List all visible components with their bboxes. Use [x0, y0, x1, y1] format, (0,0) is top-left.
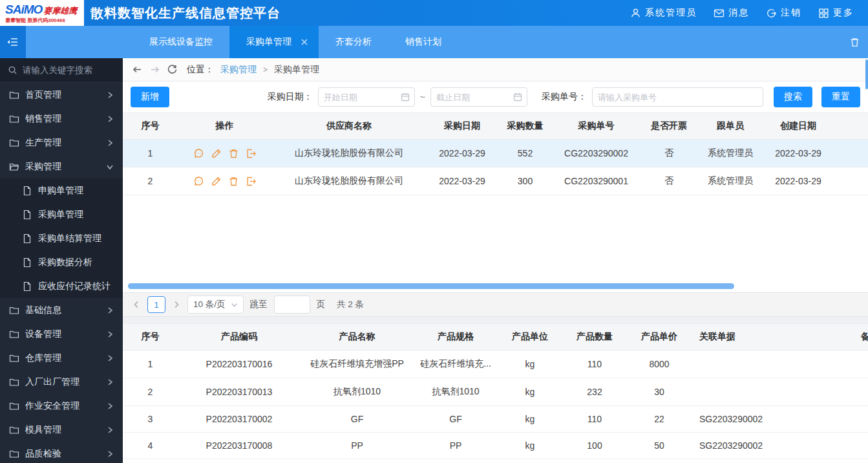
- close-all-tabs-button[interactable]: [849, 26, 868, 58]
- app-window: SAiMO 赛摩雄鹰 赛摩智能 股票代码300466 散料数智化生产线信息管控平…: [0, 0, 868, 463]
- menu-fold-icon: [6, 36, 19, 48]
- messages-button[interactable]: 消息: [714, 7, 749, 19]
- products-table-row[interactable]: 2 P202203170013 抗氧剂1010 抗氧剂1010 kg 232 3…: [123, 378, 868, 406]
- forward-arrow-icon[interactable]: [149, 64, 160, 75]
- caret-down-icon: [231, 301, 238, 308]
- page-unit-label: 页: [317, 299, 326, 310]
- logo-subtitle: 赛摩智能 股票代码300466: [5, 17, 80, 24]
- folder-icon: [9, 425, 19, 435]
- breadcrumb-current: 采购单管理: [274, 64, 319, 76]
- folder-icon: [9, 353, 19, 363]
- orders-table-row[interactable]: 2 山东玲珑轮胎股份有限公司 2022-03-29 300 CG22032900…: [123, 167, 868, 195]
- page-size-select[interactable]: 10 条/页: [187, 296, 244, 314]
- logo-brand-suffix: 赛摩雄鹰: [43, 6, 77, 15]
- chevron-right-icon: [106, 402, 114, 410]
- sidebar-item-home-management[interactable]: 首页管理: [0, 83, 123, 107]
- orders-table: 序号 操作 供应商名称 采购日期 采购数量 采购单号 是否开票 跟单员 创建日期…: [123, 113, 868, 292]
- sidebar-item-quality-inspection[interactable]: 品质检验: [0, 442, 123, 463]
- folder-icon: [9, 114, 19, 124]
- products-table-header: 序号 产品编码 产品名称 产品规格 产品单位 产品数量 产品单价 关联单据 备: [123, 323, 868, 350]
- pagination-bar: 1 10 条/页 跳至 页 共 2 条: [123, 292, 868, 317]
- delete-icon[interactable]: [228, 176, 239, 187]
- orders-table-header: 序号 操作 供应商名称 采购日期 采购数量 采购单号 是否开票 跟单员 创建日期: [123, 113, 868, 140]
- sidebar-menu: 首页管理 销售管理 生产管理 采购管理: [0, 83, 123, 463]
- order-no-input[interactable]: [592, 87, 763, 107]
- breadcrumb-parent-link[interactable]: 采购管理: [220, 64, 257, 76]
- user-menu[interactable]: 系统管理员: [630, 7, 697, 19]
- products-table: 序号 产品编码 产品名称 产品规格 产品单位 产品数量 产品单价 关联单据 备 …: [123, 323, 868, 463]
- chevron-right-icon: [106, 330, 114, 338]
- folder-icon: [9, 449, 19, 459]
- reset-button[interactable]: 重置: [821, 87, 860, 107]
- chevron-right-icon: [106, 91, 114, 99]
- delete-icon[interactable]: [228, 148, 239, 159]
- edit-icon[interactable]: [211, 176, 222, 187]
- jump-page-input[interactable]: [274, 296, 310, 314]
- chevron-right-icon: [106, 378, 114, 386]
- tab-bar: 展示线设备监控 采购单管理 齐套分析 销售计划: [0, 26, 868, 58]
- prev-page-icon[interactable]: [132, 300, 141, 309]
- products-table-row[interactable]: 1 P202203170016 硅灰石纤维填充增强PP 硅灰石纤维填充... k…: [123, 350, 868, 378]
- search-button[interactable]: 搜索: [774, 87, 812, 107]
- sidebar-item-purchase-data-analysis[interactable]: 采购数据分析: [0, 250, 123, 274]
- file-icon: [22, 210, 32, 220]
- sidebar-item-purchase-settlement-management[interactable]: 采购单结算管理: [0, 226, 123, 250]
- add-button[interactable]: 新增: [131, 87, 169, 107]
- back-arrow-icon[interactable]: [132, 64, 143, 75]
- logo-brand-text: SAiMO: [5, 3, 42, 16]
- comment-icon[interactable]: [193, 176, 204, 187]
- sidebar-collapse-button[interactable]: [0, 26, 26, 58]
- next-page-icon[interactable]: [172, 300, 181, 309]
- export-icon[interactable]: [246, 148, 257, 159]
- folder-icon: [9, 138, 19, 148]
- current-page-button[interactable]: 1: [147, 296, 165, 313]
- logout-button[interactable]: 注销: [766, 7, 801, 19]
- more-button[interactable]: 更多: [818, 7, 854, 19]
- sidebar-item-equipment-management[interactable]: 设备管理: [0, 322, 123, 346]
- breadcrumb-separator: >: [263, 65, 268, 74]
- tab-kitting-analysis[interactable]: 齐套分析: [319, 26, 388, 58]
- folder-icon: [9, 305, 19, 316]
- tab-display-line-monitor[interactable]: 展示线设备监控: [132, 26, 229, 58]
- products-table-row[interactable]: 4 P202203170008 PP PP kg 100 50 SG220329…: [123, 433, 868, 459]
- products-table-row[interactable]: 3 P202203170002 GF GF kg 110 22 SG220329…: [123, 406, 868, 433]
- mail-icon: [714, 8, 725, 19]
- sidebar-item-basic-information[interactable]: 基础信息: [0, 298, 123, 322]
- order-no-label: 采购单号：: [542, 91, 587, 103]
- tab-sales-plan[interactable]: 销售计划: [388, 26, 458, 58]
- comment-icon[interactable]: [193, 148, 204, 159]
- breadcrumb-bar: 位置： 采购管理 > 采购单管理: [123, 58, 868, 81]
- file-icon: [22, 257, 32, 268]
- chevron-right-icon: [106, 426, 114, 434]
- sidebar: 首页管理 销售管理 生产管理 采购管理: [0, 58, 123, 463]
- sidebar-item-purchase-order-management[interactable]: 采购单管理: [0, 202, 123, 226]
- company-logo: SAiMO 赛摩雄鹰 赛摩智能 股票代码300466: [0, 0, 84, 26]
- sidebar-item-requisition-order-management[interactable]: 申购单管理: [0, 178, 123, 202]
- refresh-icon[interactable]: [167, 64, 178, 75]
- orders-table-row[interactable]: 1 山东玲珑轮胎股份有限公司 2022-03-29 552 CG22032900…: [123, 140, 868, 167]
- sidebar-item-entry-exit-management[interactable]: 入厂出厂管理: [0, 370, 123, 394]
- vertical-scrollbar[interactable]: [865, 59, 868, 89]
- sidebar-item-warehouse-management[interactable]: 仓库管理: [0, 346, 123, 370]
- sidebar-item-mold-management[interactable]: 模具管理: [0, 418, 123, 442]
- sidebar-item-work-safety-management[interactable]: 作业安全管理: [0, 394, 123, 418]
- tab-purchase-order-management[interactable]: 采购单管理: [229, 26, 319, 58]
- horizontal-scrollbar[interactable]: [128, 283, 734, 289]
- search-icon: [8, 65, 17, 75]
- chevron-right-icon: [106, 307, 114, 314]
- start-date-input[interactable]: [318, 87, 415, 107]
- sidebar-search[interactable]: [0, 58, 123, 83]
- folder-icon: [9, 377, 19, 387]
- top-header: SAiMO 赛摩雄鹰 赛摩智能 股票代码300466 散料数智化生产线信息管控平…: [0, 0, 868, 26]
- sidebar-search-input[interactable]: [23, 65, 115, 75]
- messages-label: 消息: [728, 7, 749, 19]
- sidebar-item-sales-management[interactable]: 销售管理: [0, 107, 123, 131]
- end-date-input[interactable]: [430, 87, 527, 107]
- sidebar-item-production-management[interactable]: 生产管理: [0, 131, 123, 155]
- tab-close-icon[interactable]: [301, 38, 308, 46]
- sidebar-item-receivables-payables-statistics[interactable]: 应收应付记录统计: [0, 274, 123, 298]
- file-icon: [22, 186, 32, 196]
- export-icon[interactable]: [246, 176, 257, 187]
- sidebar-item-procurement-management[interactable]: 采购管理: [0, 155, 123, 178]
- edit-icon[interactable]: [211, 148, 222, 159]
